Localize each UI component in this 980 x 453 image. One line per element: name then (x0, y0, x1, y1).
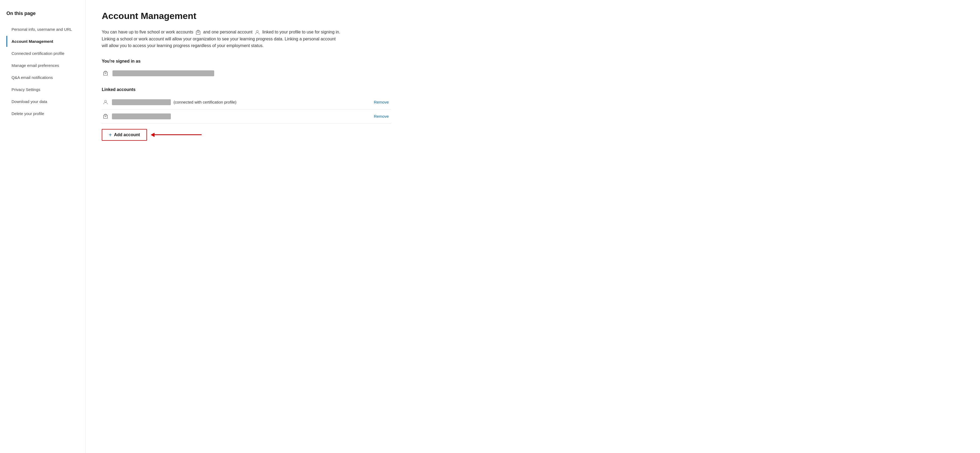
add-account-button[interactable]: + Add account (102, 129, 147, 141)
signed-in-label: You're signed in as (102, 59, 391, 64)
add-account-section: + Add account (102, 129, 391, 141)
sidebar-item-qa-email[interactable]: Q&A email notifications (6, 72, 86, 83)
sidebar-item-connected-certification[interactable]: Connected certification profile (6, 48, 86, 59)
work-icon-linked (102, 112, 109, 120)
sidebar-item-manage-email[interactable]: Manage email preferences (6, 60, 86, 71)
sidebar: On this page Personal info, username and… (0, 0, 86, 453)
sidebar-title: On this page (6, 11, 86, 16)
linked-account-work-content (102, 112, 368, 120)
personal-email-redacted (112, 99, 171, 105)
sidebar-item-privacy-settings[interactable]: Privacy Settings (6, 84, 86, 95)
signed-in-row (102, 67, 391, 80)
sidebar-nav: Personal info, username and URL Account … (6, 24, 86, 119)
linked-accounts-section: Linked accounts (connected with certific… (102, 87, 391, 124)
work-account-icon (195, 29, 201, 35)
linked-accounts-label: Linked accounts (102, 87, 391, 92)
remove-personal-button[interactable]: Remove (372, 99, 391, 105)
sidebar-item-delete-profile[interactable]: Delete your profile (6, 108, 86, 119)
signed-in-email-redacted (113, 70, 214, 76)
linked-account-row-personal: (connected with certification profile) R… (102, 95, 391, 109)
personal-icon (102, 98, 109, 106)
cert-connected-text: (connected with certification profile) (173, 100, 236, 105)
plus-icon: + (109, 132, 112, 138)
work-email-redacted (112, 114, 171, 119)
main-content: Account Management You can have up to fi… (86, 0, 407, 453)
remove-work-button[interactable]: Remove (372, 114, 391, 119)
svg-point-7 (104, 100, 106, 102)
personal-account-icon (255, 29, 260, 35)
page-title: Account Management (102, 11, 391, 21)
sidebar-item-personal-info[interactable]: Personal info, username and URL (6, 24, 86, 35)
arrow-line (153, 134, 202, 135)
linked-account-row-work: Remove (102, 109, 391, 124)
description-text: You can have up to five school or work a… (102, 29, 343, 49)
linked-account-personal-content: (connected with certification profile) (102, 98, 368, 106)
svg-point-3 (256, 30, 258, 32)
sidebar-item-download-data[interactable]: Download your data (6, 96, 86, 107)
sidebar-item-account-management[interactable]: Account Management (6, 36, 86, 47)
signed-in-work-icon (102, 70, 109, 77)
arrow-annotation (153, 134, 202, 135)
